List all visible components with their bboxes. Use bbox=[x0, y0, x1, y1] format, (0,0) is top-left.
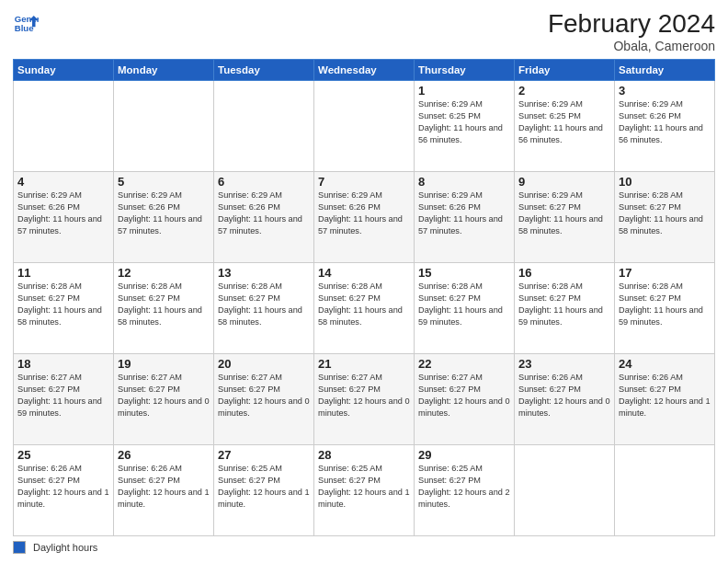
cell-info: Sunrise: 6:27 AM Sunset: 6:27 PM Dayligh… bbox=[118, 372, 210, 419]
day-number: 1 bbox=[418, 84, 510, 98]
cell-info: Sunrise: 6:29 AM Sunset: 6:26 PM Dayligh… bbox=[17, 190, 109, 237]
cell-info: Sunrise: 6:25 AM Sunset: 6:27 PM Dayligh… bbox=[318, 463, 410, 511]
table-row bbox=[314, 81, 415, 172]
cell-info: Sunrise: 6:29 AM Sunset: 6:25 PM Dayligh… bbox=[518, 98, 610, 146]
day-number: 2 bbox=[518, 84, 610, 98]
day-number: 26 bbox=[118, 448, 210, 462]
table-row: 3Sunrise: 6:29 AM Sunset: 6:26 PM Daylig… bbox=[615, 81, 715, 172]
title-block: February 2024 Obala, Cameroon bbox=[548, 9, 715, 53]
table-row: 12Sunrise: 6:28 AM Sunset: 6:27 PM Dayli… bbox=[114, 263, 214, 354]
cell-info: Sunrise: 6:27 AM Sunset: 6:27 PM Dayligh… bbox=[318, 372, 410, 419]
col-tuesday: Tuesday bbox=[214, 60, 314, 81]
table-row: 14Sunrise: 6:28 AM Sunset: 6:27 PM Dayli… bbox=[314, 263, 415, 354]
day-number: 9 bbox=[518, 175, 610, 189]
day-number: 21 bbox=[318, 357, 410, 371]
table-row: 21Sunrise: 6:27 AM Sunset: 6:27 PM Dayli… bbox=[314, 354, 415, 445]
cell-info: Sunrise: 6:26 AM Sunset: 6:27 PM Dayligh… bbox=[518, 372, 610, 419]
table-row: 4Sunrise: 6:29 AM Sunset: 6:26 PM Daylig… bbox=[14, 172, 114, 263]
cell-info: Sunrise: 6:27 AM Sunset: 6:27 PM Dayligh… bbox=[17, 372, 109, 419]
legend-box bbox=[13, 541, 26, 554]
table-row: 28Sunrise: 6:25 AM Sunset: 6:27 PM Dayli… bbox=[314, 445, 415, 536]
day-number: 16 bbox=[518, 266, 610, 280]
day-number: 4 bbox=[17, 175, 109, 189]
day-number: 15 bbox=[418, 266, 510, 280]
calendar-table: Sunday Monday Tuesday Wednesday Thursday… bbox=[13, 59, 715, 536]
table-row: 27Sunrise: 6:25 AM Sunset: 6:27 PM Dayli… bbox=[214, 445, 314, 536]
table-row: 17Sunrise: 6:28 AM Sunset: 6:27 PM Dayli… bbox=[615, 263, 715, 354]
day-number: 25 bbox=[17, 448, 109, 462]
table-row: 7Sunrise: 6:29 AM Sunset: 6:26 PM Daylig… bbox=[314, 172, 415, 263]
table-row: 16Sunrise: 6:28 AM Sunset: 6:27 PM Dayli… bbox=[515, 263, 615, 354]
subtitle: Obala, Cameroon bbox=[548, 39, 715, 53]
day-number: 17 bbox=[619, 266, 711, 280]
day-number: 24 bbox=[619, 357, 711, 371]
col-monday: Monday bbox=[114, 60, 214, 81]
day-number: 19 bbox=[118, 357, 210, 371]
cell-info: Sunrise: 6:28 AM Sunset: 6:27 PM Dayligh… bbox=[118, 281, 210, 328]
page: General Blue February 2024 Obala, Camero… bbox=[0, 0, 728, 563]
table-row: 22Sunrise: 6:27 AM Sunset: 6:27 PM Dayli… bbox=[415, 354, 515, 445]
cell-info: Sunrise: 6:25 AM Sunset: 6:27 PM Dayligh… bbox=[418, 463, 510, 511]
table-row: 20Sunrise: 6:27 AM Sunset: 6:27 PM Dayli… bbox=[214, 354, 314, 445]
day-number: 11 bbox=[17, 266, 109, 280]
table-row: 13Sunrise: 6:28 AM Sunset: 6:27 PM Dayli… bbox=[214, 263, 314, 354]
cell-info: Sunrise: 6:29 AM Sunset: 6:26 PM Dayligh… bbox=[619, 98, 711, 146]
day-number: 22 bbox=[418, 357, 510, 371]
calendar-week-row: 18Sunrise: 6:27 AM Sunset: 6:27 PM Dayli… bbox=[14, 354, 715, 445]
day-number: 27 bbox=[218, 448, 310, 462]
table-row: 8Sunrise: 6:29 AM Sunset: 6:26 PM Daylig… bbox=[415, 172, 515, 263]
cell-info: Sunrise: 6:28 AM Sunset: 6:27 PM Dayligh… bbox=[17, 281, 109, 328]
col-thursday: Thursday bbox=[415, 60, 515, 81]
table-row bbox=[615, 445, 715, 536]
day-number: 12 bbox=[118, 266, 210, 280]
cell-info: Sunrise: 6:29 AM Sunset: 6:27 PM Dayligh… bbox=[518, 190, 610, 237]
calendar-week-row: 4Sunrise: 6:29 AM Sunset: 6:26 PM Daylig… bbox=[14, 172, 715, 263]
table-row bbox=[114, 81, 214, 172]
table-row: 10Sunrise: 6:28 AM Sunset: 6:27 PM Dayli… bbox=[615, 172, 715, 263]
table-row: 25Sunrise: 6:26 AM Sunset: 6:27 PM Dayli… bbox=[14, 445, 114, 536]
svg-text:Blue: Blue bbox=[15, 23, 34, 33]
col-saturday: Saturday bbox=[615, 60, 715, 81]
cell-info: Sunrise: 6:28 AM Sunset: 6:27 PM Dayligh… bbox=[619, 190, 711, 237]
footer: Daylight hours bbox=[13, 541, 715, 554]
calendar-header-row: Sunday Monday Tuesday Wednesday Thursday… bbox=[14, 60, 715, 81]
table-row: 1Sunrise: 6:29 AM Sunset: 6:25 PM Daylig… bbox=[415, 81, 515, 172]
calendar-week-row: 25Sunrise: 6:26 AM Sunset: 6:27 PM Dayli… bbox=[14, 445, 715, 536]
table-row bbox=[14, 81, 114, 172]
cell-info: Sunrise: 6:28 AM Sunset: 6:27 PM Dayligh… bbox=[318, 281, 410, 328]
table-row: 18Sunrise: 6:27 AM Sunset: 6:27 PM Dayli… bbox=[14, 354, 114, 445]
day-number: 14 bbox=[318, 266, 410, 280]
cell-info: Sunrise: 6:28 AM Sunset: 6:27 PM Dayligh… bbox=[518, 281, 610, 328]
day-number: 13 bbox=[218, 266, 310, 280]
day-number: 20 bbox=[218, 357, 310, 371]
day-number: 5 bbox=[118, 175, 210, 189]
logo-icon: General Blue bbox=[13, 9, 39, 35]
col-sunday: Sunday bbox=[14, 60, 114, 81]
calendar-week-row: 11Sunrise: 6:28 AM Sunset: 6:27 PM Dayli… bbox=[14, 263, 715, 354]
table-row: 5Sunrise: 6:29 AM Sunset: 6:26 PM Daylig… bbox=[114, 172, 214, 263]
cell-info: Sunrise: 6:25 AM Sunset: 6:27 PM Dayligh… bbox=[218, 463, 310, 511]
table-row: 6Sunrise: 6:29 AM Sunset: 6:26 PM Daylig… bbox=[214, 172, 314, 263]
table-row: 26Sunrise: 6:26 AM Sunset: 6:27 PM Dayli… bbox=[114, 445, 214, 536]
day-number: 8 bbox=[418, 175, 510, 189]
main-title: February 2024 bbox=[548, 9, 715, 39]
cell-info: Sunrise: 6:26 AM Sunset: 6:27 PM Dayligh… bbox=[17, 463, 109, 511]
legend-label: Daylight hours bbox=[33, 542, 97, 553]
logo: General Blue bbox=[13, 9, 39, 35]
day-number: 29 bbox=[418, 448, 510, 462]
calendar-week-row: 1Sunrise: 6:29 AM Sunset: 6:25 PM Daylig… bbox=[14, 81, 715, 172]
day-number: 7 bbox=[318, 175, 410, 189]
cell-info: Sunrise: 6:28 AM Sunset: 6:27 PM Dayligh… bbox=[418, 281, 510, 328]
table-row: 29Sunrise: 6:25 AM Sunset: 6:27 PM Dayli… bbox=[415, 445, 515, 536]
cell-info: Sunrise: 6:29 AM Sunset: 6:26 PM Dayligh… bbox=[218, 190, 310, 237]
cell-info: Sunrise: 6:27 AM Sunset: 6:27 PM Dayligh… bbox=[418, 372, 510, 419]
header: General Blue February 2024 Obala, Camero… bbox=[13, 9, 715, 53]
cell-info: Sunrise: 6:29 AM Sunset: 6:26 PM Dayligh… bbox=[118, 190, 210, 237]
cell-info: Sunrise: 6:29 AM Sunset: 6:26 PM Dayligh… bbox=[418, 190, 510, 237]
cell-info: Sunrise: 6:29 AM Sunset: 6:25 PM Dayligh… bbox=[418, 98, 510, 146]
table-row: 24Sunrise: 6:26 AM Sunset: 6:27 PM Dayli… bbox=[615, 354, 715, 445]
table-row: 11Sunrise: 6:28 AM Sunset: 6:27 PM Dayli… bbox=[14, 263, 114, 354]
day-number: 18 bbox=[17, 357, 109, 371]
cell-info: Sunrise: 6:26 AM Sunset: 6:27 PM Dayligh… bbox=[619, 372, 711, 419]
day-number: 10 bbox=[619, 175, 711, 189]
